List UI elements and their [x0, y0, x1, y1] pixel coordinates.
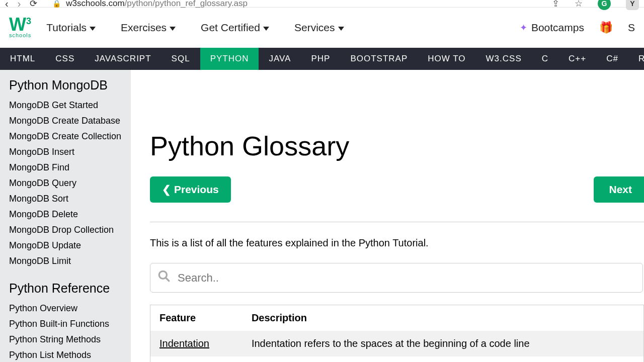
sidebar-item[interactable]: MongoDB Delete — [9, 207, 131, 222]
sidebar-section-reference: Python Reference — [9, 281, 131, 296]
sidebar-item[interactable]: MongoDB Sort — [9, 191, 131, 207]
lang-python[interactable]: PYTHON — [200, 48, 259, 70]
previous-button-label: Previous — [174, 184, 219, 196]
chevron-left-icon: ❮ — [162, 184, 171, 196]
search-input[interactable] — [178, 272, 635, 285]
sidebar-item[interactable]: Python List Methods — [9, 347, 131, 362]
sidebar-item[interactable]: MongoDB Update — [9, 238, 131, 253]
browser-right-icons: ⇪ ☆ G Y — [552, 0, 639, 10]
col-feature: Feature — [150, 305, 243, 331]
lang-sql[interactable]: SQL — [162, 48, 200, 70]
col-description: Description — [243, 305, 644, 331]
chevron-down-icon — [170, 27, 176, 31]
browser-chrome: ‹ › ⟳ 🔒 w3schools.com/python/python_ref_… — [0, 0, 644, 8]
chevron-down-icon — [338, 27, 344, 31]
sidebar-item[interactable]: MongoDB Limit — [9, 253, 131, 269]
page-title: Python Glossary — [150, 130, 644, 161]
nav-bootcamps-label: Bootcamps — [531, 22, 584, 34]
table-row: Comments Comments are code lines that wi… — [150, 356, 644, 362]
nav-exercises-label: Exercises — [121, 22, 167, 34]
nav-services-label: Services — [294, 22, 335, 34]
language-nav: HTML CSS JAVASCRIPT SQL PYTHON JAVA PHP … — [0, 48, 644, 70]
feature-link[interactable]: Indentation — [159, 338, 209, 349]
extension-g-icon[interactable]: G — [598, 0, 611, 10]
site-topnav: W3 schools Tutorials Exercises Get Certi… — [0, 8, 644, 48]
lang-javascript[interactable]: JAVASCRIPT — [85, 48, 161, 70]
nav-cutoff: S — [628, 22, 635, 34]
nav-get-certified[interactable]: Get Certified — [201, 22, 269, 34]
table-row: Indentation Indentation refers to the sp… — [150, 331, 644, 356]
page-description: This is a list of all the features expla… — [150, 237, 644, 249]
nav-tutorials[interactable]: Tutorials — [46, 22, 96, 34]
sidebar-item[interactable]: Python Built-in Functions — [9, 316, 131, 332]
main-content: Python Glossary ❮ Previous Next This is … — [131, 70, 644, 362]
sidebar-item[interactable]: Python String Methods — [9, 332, 131, 347]
previous-button[interactable]: ❮ Previous — [150, 176, 231, 203]
sidebar-item[interactable]: MongoDB Get Started — [9, 98, 131, 113]
url-host: w3schools.com — [66, 0, 124, 8]
extension-y-icon[interactable]: Y — [626, 0, 639, 10]
divider — [150, 222, 644, 222]
sidebar-section-mongodb: Python MongoDB — [9, 78, 131, 93]
lang-bootstrap[interactable]: BOOTSTRAP — [340, 48, 418, 70]
browser-forward-icon: › — [18, 0, 21, 10]
lang-howto[interactable]: HOW TO — [418, 48, 475, 70]
next-button-label: Next — [609, 184, 632, 196]
feature-desc: Indentation refers to the spaces at the … — [243, 331, 644, 356]
nav-exercises[interactable]: Exercises — [121, 22, 176, 34]
lang-react[interactable]: REACT — [628, 48, 644, 70]
nav-get-certified-label: Get Certified — [201, 22, 260, 34]
lang-csharp[interactable]: C# — [596, 48, 628, 70]
next-button[interactable]: Next — [594, 176, 644, 203]
browser-urlbar[interactable]: 🔒 w3schools.com/python/python_ref_glossa… — [46, 0, 543, 10]
lang-css[interactable]: CSS — [45, 48, 85, 70]
lang-cpp[interactable]: C++ — [558, 48, 596, 70]
sparkle-icon: ✦ — [520, 22, 527, 33]
bookmark-icon[interactable]: ☆ — [575, 0, 583, 9]
browser-back-icon[interactable]: ‹ — [5, 0, 9, 10]
lang-c[interactable]: C — [532, 48, 558, 70]
sidebar-item[interactable]: MongoDB Create Collection — [9, 129, 131, 144]
sidebar-item[interactable]: MongoDB Query — [9, 175, 131, 191]
lock-icon: 🔒 — [52, 0, 61, 8]
table-header-row: Feature Description — [150, 305, 644, 331]
sidebar-item[interactable]: MongoDB Drop Collection — [9, 222, 131, 238]
sidebar-item[interactable]: MongoDB Find — [9, 160, 131, 175]
nav-tutorials-label: Tutorials — [46, 22, 87, 34]
lang-java[interactable]: JAVA — [259, 48, 301, 70]
gift-icon[interactable]: 🎁 — [599, 21, 613, 34]
lang-html[interactable]: HTML — [0, 48, 45, 70]
browser-reload-icon[interactable]: ⟳ — [30, 0, 37, 9]
sidebar: Python MongoDB MongoDB Get Started Mongo… — [0, 70, 131, 362]
search-icon — [157, 269, 171, 286]
url-path: /python/python_ref_glossary.asp — [125, 0, 248, 8]
feature-desc: Comments are code lines that will not be… — [243, 356, 644, 362]
share-icon[interactable]: ⇪ — [552, 0, 559, 9]
svg-line-1 — [166, 278, 169, 281]
chevron-down-icon — [90, 27, 96, 31]
lang-w3css[interactable]: W3.CSS — [476, 48, 532, 70]
chevron-down-icon — [263, 27, 269, 31]
nav-services[interactable]: Services — [294, 22, 344, 34]
sidebar-item[interactable]: MongoDB Create Database — [9, 113, 131, 129]
sidebar-item[interactable]: Python Overview — [9, 301, 131, 316]
logo[interactable]: W3 schools — [9, 18, 31, 38]
search-box[interactable] — [150, 263, 643, 293]
lang-php[interactable]: PHP — [301, 48, 340, 70]
nav-bootcamps[interactable]: ✦ Bootcamps — [520, 22, 584, 34]
glossary-table: Feature Description Indentation Indentat… — [150, 305, 644, 362]
sidebar-item[interactable]: MongoDB Insert — [9, 144, 131, 160]
